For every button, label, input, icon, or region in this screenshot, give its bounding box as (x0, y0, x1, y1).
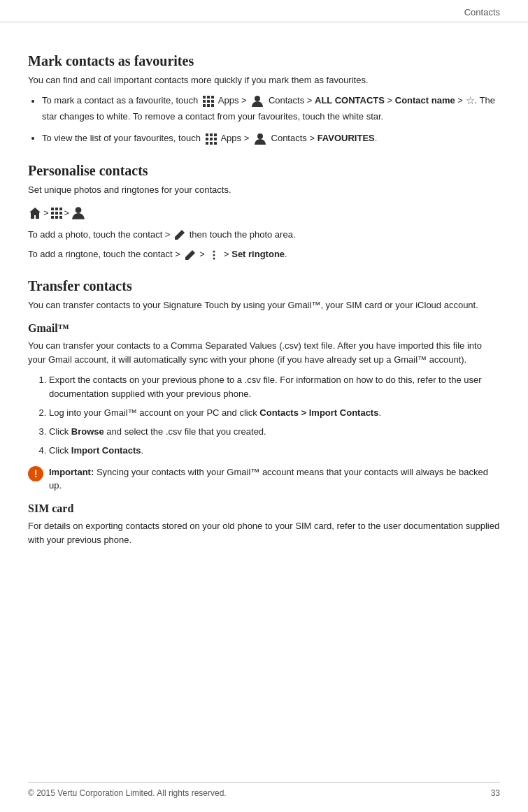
section-mark-favourites: Mark contacts as favourites You can find… (28, 53, 500, 146)
svg-rect-18 (214, 142, 217, 145)
bullet2-bold: FAVOURITES (317, 133, 375, 143)
section-intro-transfer: You can transfer contacts to your Signat… (28, 298, 500, 312)
bullet2-pre: To view the list of your favourites, tou… (42, 133, 201, 143)
chapter-title: Contacts (464, 7, 500, 17)
svg-point-29 (76, 207, 82, 213)
svg-point-32 (213, 257, 215, 259)
bullet2-apps-arrow: Apps > (220, 133, 249, 143)
svg-rect-26 (51, 216, 54, 219)
bullet1-arrow2: > (385, 96, 395, 106)
photo-line: To add a photo, touch the contact > then… (28, 228, 500, 242)
contacts-person-icon-nav (71, 205, 86, 221)
section-intro-mark-favourites: You can find and call important contacts… (28, 73, 500, 87)
svg-rect-20 (51, 208, 54, 210)
svg-rect-1 (207, 96, 210, 99)
svg-rect-24 (55, 212, 58, 215)
subsection-heading-gmail: Gmail™ (28, 322, 500, 335)
svg-rect-7 (207, 104, 210, 107)
svg-rect-8 (211, 104, 214, 107)
step-1: Export the contacts on your previous pho… (49, 373, 500, 403)
svg-rect-3 (203, 100, 206, 103)
footer-copyright: © 2015 Vertu Corporation Limited. All ri… (28, 788, 227, 798)
ringtone-line: To add a ringtone, touch the contact > >… (28, 247, 500, 261)
subsection-simcard: SIM card For details on exporting contac… (28, 502, 500, 547)
list-item-mark-favourite: To mark a contact as a favourite, touch … (42, 93, 500, 124)
svg-rect-23 (51, 212, 54, 215)
bullet1-apps-arrow: Apps > (218, 96, 247, 106)
page-footer: © 2015 Vertu Corporation Limited. All ri… (28, 782, 500, 798)
simcard-body: For details on exporting contacts stored… (28, 519, 500, 547)
bullet1-arrow3: > (455, 96, 466, 106)
page-content: Mark contacts as favourites You can find… (0, 22, 528, 595)
svg-rect-28 (59, 216, 62, 219)
svg-rect-15 (214, 138, 217, 140)
personalise-nav-row: > > (28, 205, 500, 221)
star-icon: ☆ (466, 92, 475, 109)
bullet2-contacts-arrow: Contacts > (271, 133, 317, 143)
pencil-icon-photo (174, 229, 185, 240)
svg-rect-22 (59, 208, 62, 210)
contacts-person-icon-2 (253, 132, 267, 146)
svg-rect-14 (210, 138, 213, 140)
list-item-view-favourites: To view the list of your favourites, tou… (42, 131, 500, 146)
svg-rect-13 (206, 138, 208, 140)
svg-rect-25 (59, 212, 62, 215)
section-transfer-contacts: Transfer contacts You can transfer conta… (28, 278, 500, 547)
svg-rect-4 (207, 100, 210, 103)
apps-grid-icon-2 (205, 133, 217, 145)
svg-rect-5 (211, 100, 214, 103)
bullet1-contacts-arrow: Contacts > (269, 96, 315, 106)
step-3: Click Browse and select the .csv file th… (49, 425, 500, 440)
svg-rect-6 (203, 104, 206, 107)
svg-rect-16 (206, 142, 208, 145)
menu-dots-icon (208, 249, 220, 261)
svg-rect-17 (210, 142, 213, 145)
svg-rect-11 (210, 133, 213, 136)
svg-rect-21 (55, 208, 58, 210)
svg-point-31 (213, 254, 215, 256)
svg-point-30 (213, 250, 215, 252)
page-header: Contacts (0, 0, 528, 22)
footer-page-number: 33 (491, 788, 500, 798)
svg-point-9 (255, 96, 260, 101)
home-icon (28, 206, 42, 220)
gmail-body: You can transfer your contacts to a Comm… (28, 339, 500, 367)
pencil-icon-ringtone (185, 249, 196, 261)
section-heading-personalise: Personalise contacts (28, 163, 500, 179)
svg-rect-2 (211, 96, 214, 99)
svg-rect-10 (206, 133, 208, 136)
step-4: Click Import Contacts. (49, 444, 500, 458)
apps-grid-icon (202, 95, 215, 108)
subsection-heading-simcard: SIM card (28, 502, 500, 515)
step-2: Log into your Gmail™ account on your PC … (49, 406, 500, 421)
mark-favourites-list: To mark a contact as a favourite, touch … (42, 93, 500, 146)
bullet1-bold1: ALL CONTACTS (315, 96, 385, 106)
apps-grid-icon-nav (50, 207, 63, 219)
contacts-person-icon-1 (250, 94, 264, 108)
svg-rect-0 (203, 96, 206, 99)
svg-rect-27 (55, 216, 58, 219)
bullet1-bold2: Contact name (395, 96, 455, 106)
bullet1-pre: To mark a contact as a favourite, touch (42, 96, 198, 106)
svg-point-19 (257, 133, 263, 139)
important-box: ! Important: Syncing your contacts with … (28, 465, 500, 493)
svg-rect-12 (214, 133, 217, 136)
gmail-steps-list: Export the contacts on your previous pho… (49, 373, 500, 458)
important-text: Important: Syncing your contacts with yo… (49, 465, 500, 493)
important-icon: ! (28, 466, 43, 481)
section-personalise: Personalise contacts Set unique photos a… (28, 163, 500, 261)
section-heading-transfer: Transfer contacts (28, 278, 500, 294)
bullet2-end: . (375, 133, 378, 143)
section-intro-personalise: Set unique photos and ringtones for your… (28, 183, 500, 197)
subsection-gmail: Gmail™ You can transfer your contacts to… (28, 322, 500, 492)
section-heading-mark-favourites: Mark contacts as favourites (28, 53, 500, 69)
